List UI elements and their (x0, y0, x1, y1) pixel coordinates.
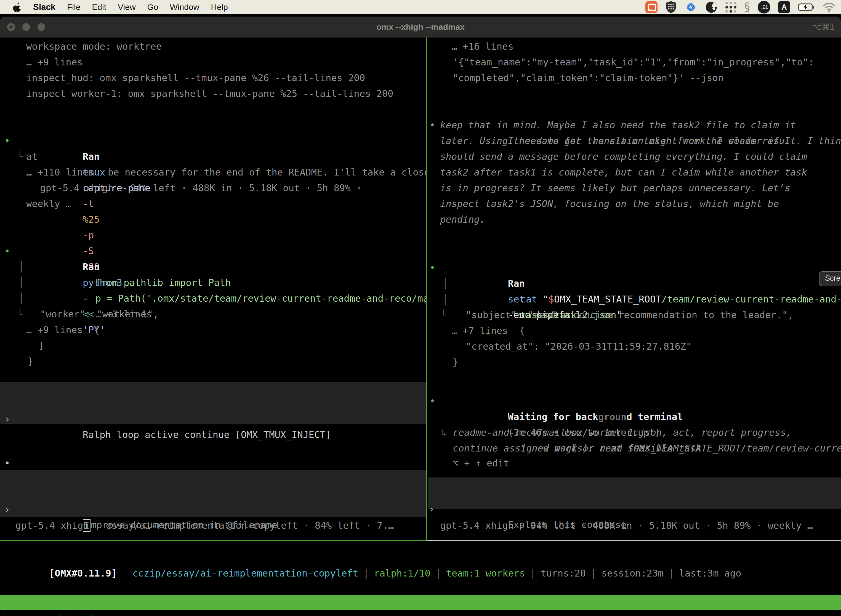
apple-menu-icon[interactable] (13, 2, 22, 12)
collapsed-lines-indicator: … +110 lines (0, 164, 426, 180)
edit-hint-line: ⌥ + ↑ edit (428, 455, 841, 471)
tmux-pane-right[interactable]: … +16 lines '{"team_name":"my-team","tas… (428, 38, 841, 540)
menu-bar: Slack File Edit View Go Window Help § ..… (0, 0, 841, 14)
chat-bubble-icon[interactable] (645, 0, 658, 14)
badge-61-label: ..61 (757, 1, 771, 13)
thinking-line: task2 after task1 is complete, but can I… (428, 164, 841, 180)
omx-version-badge: [OMX#0.11.9] (49, 568, 117, 579)
screen: Slack File Edit View Go Window Help § ..… (0, 0, 841, 616)
command-line: • Ran set -euo pipefail (428, 244, 841, 260)
input-source-label: A (778, 1, 790, 13)
code-line: │ cat"$OMX_TEAM_STATE_ROOT/team/review-c… (428, 260, 841, 276)
left-prompt-input[interactable]: › Improve documentation in @filename (0, 470, 426, 517)
model-status-line: gpt-5.4 xhigh · 94% left · 488K in · 5.1… (428, 518, 841, 534)
badge-61-icon[interactable]: ..61 (757, 0, 771, 14)
right-intro-block: … +16 lines '{"team_name":"my-team","tas… (428, 39, 841, 86)
note-line: readme-and-reco/mailbox/worker-1.json, a… (428, 425, 841, 440)
wifi-icon[interactable] (823, 0, 835, 14)
omx-session-time: session:23m (602, 568, 664, 579)
code-line: │ tasks/task-2.json" (428, 276, 841, 292)
separator: | (435, 568, 441, 579)
cat-command-block: • Ran set -euo pipefail │ cat"$OMX_TEAM_… (428, 244, 841, 370)
thinking-line: later. Using the same for transition mig… (428, 133, 841, 149)
menu-item-go[interactable]: Go (147, 0, 158, 14)
edit-hint-block: ⌥ + ↑ edit (428, 455, 841, 471)
separator: | (591, 568, 596, 579)
banner-line: › Ralph loop active continue [OMX_TMUX_I… (0, 396, 426, 411)
menu-item-help[interactable]: Help (211, 0, 228, 14)
omx-status-line: [OMX#0.11.9] cczip/essay/ai-reimplementa… (0, 550, 841, 566)
note-line: ↳ 1 new msg(s): read $OMX_TEAM_STATE_ROO… (428, 409, 841, 425)
pane-divider[interactable] (426, 38, 427, 541)
left-intro-block: workspace_mode: worktree … +9 lines insp… (0, 39, 426, 101)
status-bullet-icon: • (429, 393, 435, 409)
input-line: › Explain this codebase (428, 485, 841, 501)
terminal-line: inspect_worker-1: omx sparkshell --tmux-… (0, 86, 426, 101)
working-status-block: • Working (6m 38s • esc to interrupt) (0, 440, 426, 455)
dots-grid-icon[interactable] (725, 0, 736, 14)
terminal-line: … +9 lines (0, 54, 426, 70)
menu-app-name[interactable]: Slack (33, 0, 56, 14)
window-titlebar[interactable]: omx --xhigh --madmax ⌥⌘1 (0, 16, 841, 38)
menu-left: Slack File Edit View Go Window Help (0, 0, 228, 14)
omx-turns: turns:20 (541, 568, 586, 579)
command-output-line: └ { (428, 292, 841, 307)
right-status-block: gpt-5.4 xhigh · 94% left · 488K in · 5.1… (428, 518, 841, 534)
chevron-prompt-icon: › (4, 502, 10, 517)
command-output-line: "subject": "send a concise recommendatio… (428, 307, 841, 323)
chevron-prompt-icon: › (4, 411, 10, 427)
ralph-loop-banner: › Ralph loop active continue [OMX_TMUX_I… (0, 382, 426, 424)
menu-item-view[interactable]: View (118, 0, 135, 14)
window-shortcut-hint: ⌥⌘1 (812, 16, 834, 38)
keypad-shield-icon[interactable] (665, 0, 677, 14)
terminal-content: workspace_mode: worktree … +9 lines insp… (0, 38, 841, 616)
separator: | (668, 568, 674, 579)
thinking-line: keep that in mind. Maybe I also need the… (428, 117, 841, 133)
input-line: › Improve documentation in @filename (0, 486, 426, 502)
terminal-line: inspect_hud: omx sparkshell --tmux-pane … (0, 70, 426, 86)
command-output-line: } (0, 353, 426, 369)
omx-team-workers: team:1 workers (446, 568, 525, 579)
menu-item-file[interactable]: File (67, 0, 80, 14)
command-output-line: "worker": "worker-1", (0, 307, 426, 322)
separator: | (530, 568, 536, 579)
collapsed-lines-indicator: │ … +3 lines (0, 275, 426, 290)
squiggle-icon[interactable]: § (744, 0, 750, 14)
command-output-line: └ be necessary for the end of the README… (0, 133, 426, 149)
command-output-line: "created_at": "2026-03-31T11:59:27.816Z" (428, 339, 841, 354)
menu-item-window[interactable]: Window (170, 0, 199, 14)
omx-project: cczip/essay/ai-reimplementation-copyleft (132, 568, 358, 579)
terminal-line: '{"team_name":"my-team","task_id":"1","f… (428, 54, 841, 70)
terminal-window: omx --xhigh --madmax ⌥⌘1 workspace_mode:… (0, 16, 841, 616)
tmux-pane-left[interactable]: workspace_mode: worktree … +9 lines insp… (0, 38, 426, 540)
active-pane-border (0, 540, 427, 541)
collapsed-lines-indicator: … +7 lines (428, 323, 841, 339)
status-bullet-icon: • (4, 455, 10, 471)
waiting-status-line: • Waiting for background terminal (3m 46… (428, 378, 841, 393)
battery-icon[interactable] (798, 0, 815, 14)
input-source-icon[interactable]: A (778, 0, 790, 14)
code-line: │ from pathlib import Path (0, 243, 426, 259)
collapsed-lines-indicator: … +9 lines (0, 322, 426, 338)
terminal-line: workspace_mode: worktree (0, 39, 426, 54)
blue-bolt-icon[interactable] (684, 0, 697, 14)
chevron-prompt-icon: › (429, 501, 435, 517)
collapsed-lines-indicator: … +16 lines (428, 39, 841, 54)
right-prompt-input[interactable]: › Explain this codebase (428, 477, 841, 509)
tmux-status-bar: [omx-cczip0:bash* "MacBook-Pro-44.local"… (0, 595, 841, 610)
thinking-line: is in progress? It seems likely but perh… (428, 180, 841, 196)
command-output-line: gpt-5.4 xhigh · 94% left · 488K in · 5.1… (0, 180, 426, 196)
inactive-pane-border (427, 540, 841, 541)
pane-ref: %25 (83, 214, 100, 225)
waiting-status-block: • Waiting for background terminal (3m 46… (428, 378, 841, 393)
separator: | (363, 568, 369, 579)
command-output-line: ] (0, 338, 426, 353)
note-line: continue assigned work or next feasible … (428, 440, 841, 456)
screen-edge-tooltip: Scre (819, 271, 841, 286)
tmux-session-window: [omx-cczip0:bash* (2, 610, 95, 616)
banner-text: Ralph loop active continue [OMX_TMUX_INJ… (83, 429, 331, 440)
working-status-line: • Working (6m 38s • esc to interrupt) (0, 440, 426, 455)
pie-circle-icon[interactable] (705, 0, 718, 14)
thinking-block: • I need to get the claim token from the… (428, 101, 841, 227)
menu-item-edit[interactable]: Edit (92, 0, 106, 14)
